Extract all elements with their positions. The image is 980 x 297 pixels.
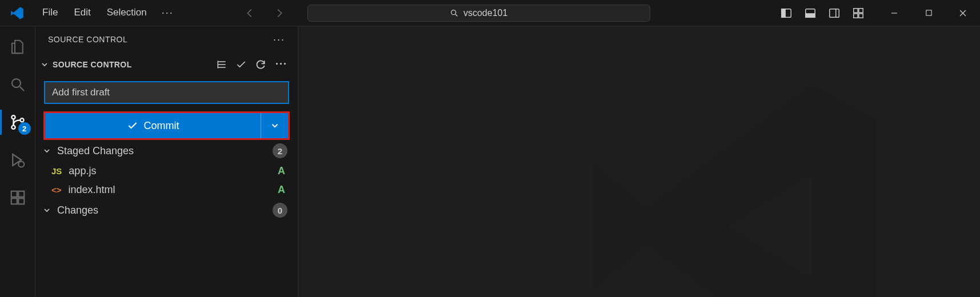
staged-file-row[interactable]: JS app.js A bbox=[35, 162, 298, 180]
chevron-down-icon bbox=[270, 121, 280, 131]
chevron-down-icon bbox=[42, 146, 51, 155]
view-as-tree-icon[interactable] bbox=[216, 59, 227, 70]
commit-dropdown-button[interactable] bbox=[261, 113, 288, 138]
nav-arrows bbox=[238, 5, 291, 22]
activity-extensions[interactable] bbox=[0, 184, 35, 211]
commit-button-label: Commit bbox=[144, 120, 179, 132]
source-control-sidebar: SOURCE CONTROL ··· SOURCE CONTROL bbox=[35, 26, 298, 297]
svg-point-16 bbox=[11, 115, 15, 119]
svg-rect-20 bbox=[11, 191, 17, 197]
menu-file[interactable]: File bbox=[34, 3, 66, 22]
maximize-button[interactable] bbox=[911, 0, 946, 26]
commit-button-highlight: Commit bbox=[43, 111, 290, 140]
svg-rect-10 bbox=[859, 13, 863, 17]
customize-layout-icon[interactable] bbox=[849, 3, 868, 23]
sidebar-views-actions-icon[interactable]: ··· bbox=[272, 31, 286, 48]
commit-message-value: Add first draft bbox=[52, 87, 110, 98]
editor-area bbox=[298, 26, 980, 297]
js-file-icon: JS bbox=[51, 166, 62, 176]
svg-rect-5 bbox=[830, 9, 839, 17]
minimize-button[interactable] bbox=[877, 0, 911, 26]
scm-section-title: SOURCE CONTROL bbox=[53, 60, 132, 69]
staged-file-row[interactable]: <> index.html A bbox=[35, 180, 298, 199]
toggle-secondary-sidebar-icon[interactable] bbox=[825, 3, 844, 23]
activity-bar: 2 bbox=[0, 26, 35, 297]
staged-count-badge: 2 bbox=[273, 143, 287, 158]
svg-point-17 bbox=[11, 126, 15, 129]
vscode-watermark-icon bbox=[557, 49, 911, 297]
changes-header[interactable]: Changes 0 bbox=[35, 199, 298, 221]
html-file-icon: <> bbox=[51, 185, 62, 195]
activity-explorer[interactable] bbox=[0, 33, 35, 61]
svg-rect-9 bbox=[854, 13, 858, 17]
staged-changes-label: Staged Changes bbox=[57, 145, 134, 157]
commit-message-input[interactable]: Add first draft bbox=[45, 82, 289, 103]
file-status-added: A bbox=[278, 165, 285, 177]
close-button[interactable] bbox=[946, 0, 980, 26]
sidebar-title: SOURCE CONTROL bbox=[48, 35, 127, 44]
command-center[interactable]: vscode101 bbox=[307, 5, 650, 22]
staged-changes-header[interactable]: Staged Changes 2 bbox=[35, 140, 298, 162]
nav-forward-icon[interactable] bbox=[267, 5, 291, 22]
menu-overflow-icon[interactable]: ··· bbox=[155, 3, 181, 22]
svg-rect-21 bbox=[11, 198, 17, 204]
scm-more-actions-icon[interactable]: ··· bbox=[274, 56, 289, 73]
svg-rect-23 bbox=[18, 191, 24, 197]
search-icon bbox=[450, 9, 459, 18]
scm-badge: 2 bbox=[18, 122, 31, 135]
svg-point-19 bbox=[18, 162, 24, 167]
sidebar-title-row: SOURCE CONTROL ··· bbox=[35, 26, 298, 53]
commit-action-icon[interactable] bbox=[235, 59, 247, 70]
chevron-down-icon bbox=[40, 60, 49, 69]
svg-point-15 bbox=[12, 79, 21, 87]
svg-rect-2 bbox=[782, 9, 785, 17]
svg-rect-7 bbox=[854, 8, 858, 12]
chevron-down-icon bbox=[42, 206, 51, 215]
file-name: app.js bbox=[69, 165, 96, 177]
svg-rect-8 bbox=[859, 8, 863, 12]
scm-section-header[interactable]: SOURCE CONTROL ··· bbox=[35, 53, 298, 76]
nav-back-icon[interactable] bbox=[238, 5, 262, 22]
toggle-panel-icon[interactable] bbox=[801, 3, 820, 23]
check-icon bbox=[127, 120, 138, 131]
vscode-logo-icon bbox=[0, 6, 34, 21]
svg-rect-12 bbox=[926, 10, 931, 15]
file-name: index.html bbox=[69, 184, 115, 196]
svg-rect-4 bbox=[806, 13, 815, 17]
svg-point-18 bbox=[20, 118, 23, 122]
svg-point-0 bbox=[451, 10, 456, 14]
changes-count-badge: 0 bbox=[273, 203, 287, 218]
activity-source-control[interactable]: 2 bbox=[0, 109, 35, 136]
toggle-primary-sidebar-icon[interactable] bbox=[777, 3, 796, 23]
search-text: vscode101 bbox=[463, 8, 507, 18]
commit-button[interactable]: Commit bbox=[45, 113, 261, 138]
activity-run-debug[interactable] bbox=[0, 146, 35, 174]
svg-rect-22 bbox=[18, 198, 24, 204]
menu-edit[interactable]: Edit bbox=[66, 3, 98, 22]
menu-selection[interactable]: Selection bbox=[99, 3, 155, 22]
titlebar: File Edit Selection ··· vscode101 bbox=[0, 0, 980, 26]
file-status-added: A bbox=[278, 184, 285, 196]
activity-search[interactable] bbox=[0, 71, 35, 98]
changes-label: Changes bbox=[57, 204, 98, 216]
menu-bar: File Edit Selection ··· bbox=[34, 3, 181, 22]
window-controls bbox=[877, 0, 980, 26]
refresh-icon[interactable] bbox=[255, 59, 266, 70]
layout-controls bbox=[777, 3, 871, 23]
